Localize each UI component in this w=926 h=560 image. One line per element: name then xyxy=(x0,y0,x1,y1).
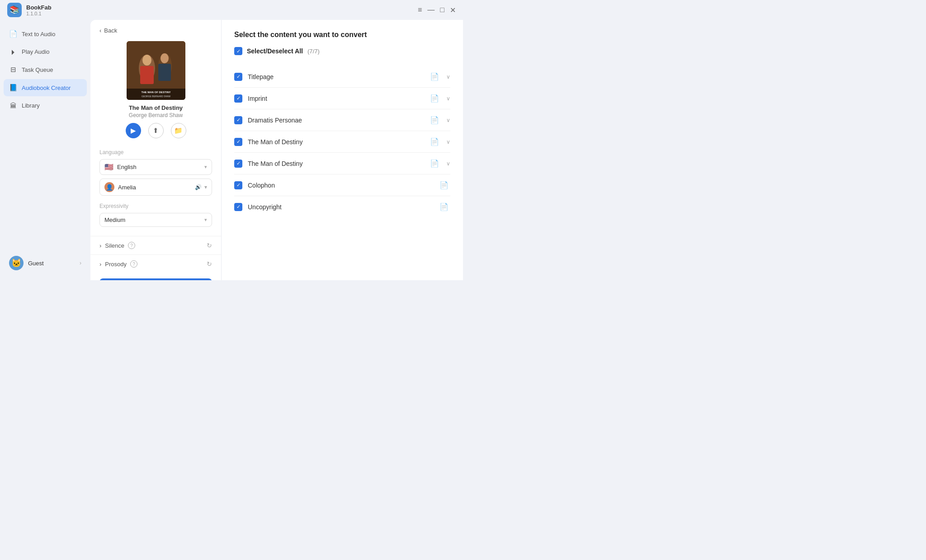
doc-icon: 📄 xyxy=(430,94,439,103)
minimize-icon[interactable]: — xyxy=(427,6,435,14)
titlebar-left: 📚 BookFab 1.1.0.1 xyxy=(7,3,52,17)
chevron-down-icon: ∨ xyxy=(446,160,450,167)
chevron-right-icon: › xyxy=(80,260,81,266)
dramatis-label: Dramatis Personae xyxy=(248,117,425,124)
book-author: George Bernard Shaw xyxy=(129,112,183,118)
book-title: The Man of Destiny xyxy=(129,104,183,111)
book-cover-art: THE MAN OF DESTINY GEORGE BERNARD SHAW xyxy=(127,41,185,100)
main-container: 📄 Text to Audio ⏵ Play Audio ⊟ Task Queu… xyxy=(0,20,463,280)
maximize-icon[interactable]: □ xyxy=(440,6,444,14)
sidebar-footer[interactable]: 🐱 Guest › xyxy=(4,251,87,275)
chevron-down-icon: ▾ xyxy=(204,164,207,170)
menu-icon[interactable]: ≡ xyxy=(418,6,422,14)
folder-button[interactable]: 📁 xyxy=(171,123,186,138)
expressivity-select[interactable]: Medium ▾ xyxy=(99,213,212,227)
select-all-checkbox[interactable]: ✓ xyxy=(234,47,242,55)
select-all-label: Select/Deselect All xyxy=(247,47,303,55)
back-label: Back xyxy=(104,27,117,34)
play-button[interactable]: ▶ xyxy=(126,123,141,138)
flag-icon: 🇺🇸 xyxy=(104,163,113,171)
mod1-label: The Man of Destiny xyxy=(248,138,425,146)
select-all-row: ✓ Select/Deselect All (7/7) xyxy=(234,47,450,60)
doc-icon: 📄 xyxy=(430,72,439,81)
imprint-label: Imprint xyxy=(248,95,425,102)
svg-rect-4 xyxy=(158,64,171,81)
voice-icons: 🔊 ▾ xyxy=(195,184,207,190)
app-icon: 📚 xyxy=(7,3,22,17)
audiobook-creator-icon: 📘 xyxy=(9,84,17,92)
chevron-down-icon: ▾ xyxy=(204,184,207,190)
titlepage-label: Titlepage xyxy=(248,73,425,80)
silence-label: Silence xyxy=(105,242,124,249)
sidebar-item-play-audio[interactable]: ⏵ Play Audio xyxy=(4,43,87,60)
silence-left: › Silence ? xyxy=(99,242,135,249)
prosody-left: › Prosody ? xyxy=(99,260,137,268)
dramatis-checkbox[interactable]: ✓ xyxy=(234,116,242,124)
uncopyright-checkbox[interactable]: ✓ xyxy=(234,203,242,211)
svg-rect-3 xyxy=(140,66,154,84)
left-panel: ‹ Back xyxy=(90,20,222,280)
sidebar-item-text-to-audio[interactable]: 📄 Text to Audio xyxy=(4,25,87,42)
app-version: 1.1.0.1 xyxy=(26,11,52,16)
book-info: THE MAN OF DESTINY GEORGE BERNARD SHAW T… xyxy=(90,38,221,146)
close-icon[interactable]: ✕ xyxy=(450,6,456,14)
chevron-right-icon: › xyxy=(99,261,101,268)
language-select[interactable]: 🇺🇸 English ▾ xyxy=(99,159,212,175)
user-avatar: 🐱 xyxy=(9,256,24,270)
titlebar-controls: ≡ — □ ✕ xyxy=(418,6,456,14)
back-icon: ‹ xyxy=(99,27,101,34)
prosody-section[interactable]: › Prosody ? ↻ xyxy=(90,254,221,273)
user-label: Guest xyxy=(28,260,75,267)
refresh-icon[interactable]: ↻ xyxy=(207,242,212,249)
expressivity-section: Expressivity Medium ▾ xyxy=(90,203,221,236)
sidebar-item-label: Text to Audio xyxy=(22,31,55,38)
mod2-label: The Man of Destiny xyxy=(248,160,425,167)
back-button[interactable]: ‹ Back xyxy=(90,20,221,38)
chevron-down-icon: ▾ xyxy=(204,217,207,223)
app-info: BookFab 1.1.0.1 xyxy=(26,4,52,16)
prosody-label: Prosody xyxy=(105,261,127,268)
convert-button[interactable]: Start to Convert xyxy=(99,278,212,280)
count-badge: (7/7) xyxy=(307,48,320,55)
list-item: ✓ Titlepage 📄 ∨ xyxy=(234,66,450,88)
uncopyright-label: Uncopyright xyxy=(248,203,434,211)
colophon-checkbox[interactable]: ✓ xyxy=(234,181,242,189)
export-button[interactable]: ⬆ xyxy=(148,123,164,138)
voice-select[interactable]: 👤 Amelia 🔊 ▾ xyxy=(99,179,212,196)
titlepage-checkbox[interactable]: ✓ xyxy=(234,73,242,81)
book-actions: ▶ ⬆ 📁 xyxy=(126,123,186,138)
sidebar-item-task-queue[interactable]: ⊟ Task Queue xyxy=(4,61,87,78)
content-area: ‹ Back xyxy=(90,20,463,280)
chevron-down-icon: ∨ xyxy=(446,139,450,145)
mod2-checkbox[interactable]: ✓ xyxy=(234,160,242,168)
sidebar-item-label: Audiobook Creator xyxy=(22,85,71,91)
book-cover: THE MAN OF DESTINY GEORGE BERNARD SHAW xyxy=(127,41,185,100)
mod1-checkbox[interactable]: ✓ xyxy=(234,138,242,146)
refresh-icon[interactable]: ↻ xyxy=(207,260,212,268)
text-to-audio-icon: 📄 xyxy=(9,30,17,38)
list-item: ✓ The Man of Destiny 📄 ∨ xyxy=(234,153,450,174)
help-icon: ? xyxy=(130,260,137,268)
language-value: English xyxy=(117,164,201,170)
play-audio-icon: ⏵ xyxy=(9,48,17,56)
right-panel-title: Select the content you want to convert xyxy=(234,31,450,39)
imprint-checkbox[interactable]: ✓ xyxy=(234,94,242,103)
chevron-down-icon: ∨ xyxy=(446,117,450,123)
sidebar-item-label: Library xyxy=(22,102,40,109)
list-item: ✓ Imprint 📄 ∨ xyxy=(234,88,450,109)
right-panel: Select the content you want to convert ✓… xyxy=(222,20,463,280)
doc-icon: 📄 xyxy=(430,159,439,168)
list-item: ✓ Dramatis Personae 📄 ∨ xyxy=(234,109,450,131)
help-icon: ? xyxy=(128,242,135,249)
silence-section[interactable]: › Silence ? ↻ xyxy=(90,236,221,254)
sidebar-item-audiobook-creator[interactable]: 📘 Audiobook Creator xyxy=(4,79,87,96)
expressivity-value: Medium xyxy=(104,216,201,223)
doc-icon: 📄 xyxy=(430,116,439,124)
sidebar-nav: 📄 Text to Audio ⏵ Play Audio ⊟ Task Queu… xyxy=(4,25,87,114)
sidebar-item-library[interactable]: 🏛 Library xyxy=(4,97,87,114)
content-list: ✓ Titlepage 📄 ∨ ✓ Imprint 📄 ∨ ✓ Dramatis… xyxy=(234,66,450,217)
app-name: BookFab xyxy=(26,4,52,11)
chevron-down-icon: ∨ xyxy=(446,95,450,102)
doc-icon: 📄 xyxy=(439,181,449,189)
list-item: ✓ Uncopyright 📄 xyxy=(234,196,450,217)
